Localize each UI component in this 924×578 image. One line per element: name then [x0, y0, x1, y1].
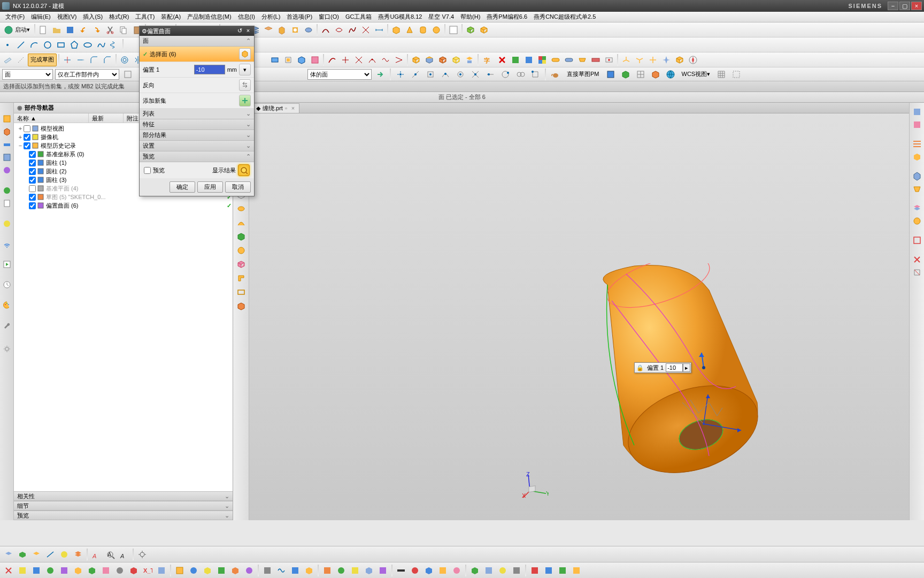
bb9-icon[interactable] [113, 564, 126, 577]
rbtn3-icon[interactable] [912, 139, 922, 150]
menu-pmi[interactable]: 产品制造信息(M) [184, 12, 235, 22]
bt-gear-icon[interactable] [136, 548, 149, 561]
extend-icon[interactable] [74, 54, 87, 66]
vtool11-icon[interactable] [235, 244, 248, 257]
save-icon[interactable] [64, 24, 76, 36]
bb14-icon[interactable] [201, 564, 214, 577]
section-settings[interactable]: 设置⌄ [140, 141, 254, 151]
tab-close-icon[interactable]: × [291, 105, 295, 111]
datum-axis-icon[interactable] [14, 54, 27, 66]
bb15-icon[interactable] [215, 564, 228, 577]
bb34-icon[interactable] [496, 564, 509, 577]
bt1-icon[interactable] [2, 548, 15, 561]
solid1-icon[interactable] [464, 24, 477, 36]
menu-info[interactable]: 信息(I) [235, 12, 258, 22]
rect-icon[interactable] [55, 39, 67, 51]
arc-icon[interactable] [28, 39, 41, 51]
menu-help[interactable]: 帮助(H) [457, 12, 483, 22]
ok-button[interactable]: 确定 [170, 181, 195, 193]
redo-icon[interactable] [90, 24, 103, 36]
text-font-icon[interactable]: 字 [480, 54, 495, 66]
bb22-icon[interactable] [321, 564, 334, 577]
browser-icon[interactable] [2, 185, 12, 196]
menu-analysis[interactable]: 分析(L) [258, 12, 283, 22]
bt6-icon[interactable] [72, 548, 84, 561]
offset-dropdown-icon[interactable]: ▾ [239, 64, 251, 75]
bb10-icon[interactable] [127, 564, 140, 577]
revolve-icon[interactable] [302, 24, 315, 36]
bb33-icon[interactable] [482, 564, 495, 577]
document-tab[interactable]: ◆ 缠绕.prt ▫ × [251, 103, 299, 113]
box-final-icon[interactable] [673, 54, 686, 66]
color-palette-icon[interactable] [2, 300, 12, 310]
scope-filter-dropdown[interactable]: 仅在工作部件内 [55, 69, 119, 80]
sphere-icon[interactable] [430, 24, 443, 36]
bb20-icon[interactable] [289, 564, 302, 577]
tree-checkbox[interactable] [29, 202, 36, 209]
rbtn2-icon[interactable] [912, 120, 922, 131]
select-all-icon[interactable] [730, 68, 743, 81]
assembly-navigator-icon[interactable] [2, 126, 12, 137]
box3-icon[interactable] [436, 54, 449, 66]
bb5-icon[interactable] [58, 564, 71, 577]
dialog-close-icon[interactable]: × [244, 27, 252, 35]
pin-toggle-icon[interactable]: ◉ [17, 104, 22, 111]
history-icon[interactable] [2, 198, 12, 209]
menu-file[interactable]: 文件(F) [2, 12, 28, 22]
curve3-icon[interactable] [346, 24, 359, 36]
tree-checkbox[interactable] [29, 159, 36, 166]
section-face[interactable]: 面⌃ [140, 36, 254, 47]
layer2-icon[interactable] [262, 24, 275, 36]
snap5-icon[interactable] [454, 68, 467, 81]
add-set-icon[interactable] [239, 95, 251, 107]
section-dependency[interactable]: 相关性⌄ [14, 491, 233, 501]
curve-a-icon[interactable] [326, 54, 338, 66]
compass-icon[interactable] [687, 54, 699, 66]
tree-item[interactable]: 偏置曲面 (6)✓ [15, 201, 232, 210]
feature-c-icon[interactable] [295, 54, 308, 66]
feature-b-icon[interactable] [282, 54, 295, 66]
view-triad-icon[interactable]: Y Z X [522, 472, 549, 499]
view1-icon[interactable] [604, 68, 617, 81]
airplane-icon[interactable] [660, 54, 673, 66]
block-icon[interactable] [390, 24, 403, 36]
curve1-icon[interactable] [319, 24, 332, 36]
reuse-library-icon[interactable] [2, 152, 12, 163]
fillet-icon[interactable] [88, 54, 101, 66]
snap3-icon[interactable] [424, 68, 437, 81]
tree-checkbox[interactable] [24, 134, 30, 141]
line-icon[interactable] [14, 39, 27, 51]
hole-icon[interactable] [289, 24, 302, 36]
menu-window[interactable]: 窗口(O) [315, 12, 342, 22]
wrench-icon[interactable] [2, 320, 12, 331]
constraint-navigator-icon[interactable] [2, 139, 12, 150]
snap9-icon[interactable] [514, 68, 527, 81]
vtool14-icon[interactable] [235, 286, 248, 299]
menu-edit[interactable]: 编辑(E) [28, 12, 54, 22]
snap7-icon[interactable] [484, 68, 497, 81]
menu-insert[interactable]: 插入(S) [80, 12, 106, 22]
cut-icon[interactable] [104, 24, 117, 36]
filter1-icon[interactable] [121, 68, 134, 81]
bb29-icon[interactable] [422, 564, 435, 577]
apply-button[interactable]: 应用 [197, 181, 223, 193]
section-feature[interactable]: 特征⌄ [140, 119, 254, 130]
view4-icon[interactable] [649, 68, 662, 81]
rbtn4-icon[interactable] [912, 152, 922, 163]
col-name[interactable]: 名称 ▲ [14, 113, 89, 123]
dialog-reset-icon[interactable]: ↺ [236, 27, 243, 35]
offset-icon[interactable] [118, 54, 131, 66]
teapot-icon[interactable] [549, 68, 562, 81]
bb39-icon[interactable] [570, 564, 583, 577]
trim-icon[interactable] [61, 54, 74, 66]
slot4-icon[interactable] [589, 54, 602, 66]
bt5-icon[interactable] [58, 548, 71, 561]
bt2-icon[interactable] [16, 548, 29, 561]
slot1-icon[interactable] [549, 54, 562, 66]
section-list[interactable]: 列表⌄ [140, 109, 254, 119]
color1-icon[interactable] [509, 54, 522, 66]
finish-sketch-button[interactable]: 完成草图 [28, 54, 57, 66]
curve2-icon[interactable] [333, 24, 345, 36]
box2-icon[interactable] [423, 54, 436, 66]
curve-d-icon[interactable] [366, 54, 379, 66]
